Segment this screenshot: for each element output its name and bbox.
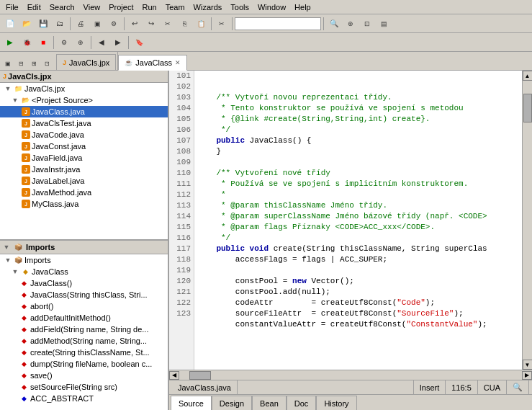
tree-item-javafield[interactable]: J JavaField.java bbox=[0, 152, 168, 164]
tree-dump[interactable]: ◆ dump(String fileName, boolean c... bbox=[0, 358, 168, 370]
search-btn[interactable]: 🔍 bbox=[326, 16, 342, 32]
tree-item-javaclass[interactable]: J JavaClass.java bbox=[0, 106, 168, 117]
code-line-119: constPool = new Vector(); bbox=[197, 277, 354, 285]
scroll-right-arrow[interactable]: ▶ bbox=[522, 371, 532, 380]
scroll-left-arrow[interactable]: ◀ bbox=[169, 371, 179, 380]
tree-item-javalabel[interactable]: J JavaLabel.java bbox=[0, 175, 168, 187]
vertical-scrollbar[interactable]: ▲ ▼ bbox=[522, 71, 532, 370]
sep2 bbox=[124, 17, 125, 30]
tree-imports-label: Imports bbox=[24, 256, 51, 264]
menu-view[interactable]: View bbox=[79, 1, 105, 13]
tree-item-javamethod[interactable]: J JavaMethod.java bbox=[0, 187, 168, 198]
tree-item-javacls-test[interactable]: J JavaClsTest.java bbox=[0, 117, 168, 129]
tab-javaclass[interactable]: ☕ JavaClass ✕ bbox=[118, 55, 187, 71]
code-line-102: /** Vytvoří novou reprezentaci třídy. bbox=[197, 93, 392, 102]
tree-constructor2[interactable]: ◆ JavaClass(String thisClass, Stri... bbox=[0, 289, 168, 300]
menu-tools[interactable]: Tools bbox=[226, 1, 253, 13]
btn12[interactable]: ▤ bbox=[376, 16, 392, 32]
tree-acc-abstract[interactable]: ◆ ACC_ABSTRACT bbox=[0, 393, 168, 404]
scroll-down-arrow[interactable]: ▼ bbox=[523, 360, 533, 370]
save-btn[interactable]: 💾 bbox=[35, 16, 51, 32]
tab-bean[interactable]: Bean bbox=[252, 396, 287, 410]
tree-save[interactable]: ◆ save() bbox=[0, 370, 168, 381]
btn9[interactable]: 📋 bbox=[193, 16, 209, 32]
new-btn[interactable]: 📄 bbox=[2, 16, 18, 32]
members-tree-content[interactable]: ▼ 📦 Imports ▼ ◆ JavaClass ◆ JavaClass() bbox=[0, 254, 168, 408]
forward-btn[interactable]: ▶ bbox=[110, 35, 126, 50]
menu-help[interactable]: Help bbox=[290, 1, 315, 13]
scroll-thumb[interactable] bbox=[523, 94, 532, 122]
panel-btn4[interactable]: ⊡ bbox=[40, 57, 53, 70]
tree-item-myclass[interactable]: J MyClass.java bbox=[0, 198, 168, 210]
h-scroll-thumb[interactable] bbox=[189, 371, 211, 380]
sep6 bbox=[53, 36, 54, 49]
menu-file[interactable]: File bbox=[1, 1, 23, 13]
tree-method-label-1: JavaClass() bbox=[30, 279, 72, 288]
btn14[interactable]: ⊕ bbox=[73, 35, 89, 50]
tree-item-javacls-jpx[interactable]: ▼ 📁 JavaCls.jpx bbox=[0, 83, 168, 94]
tree-abort[interactable]: ◆ abort() bbox=[0, 300, 168, 312]
tree-constructor1[interactable]: ◆ JavaClass() bbox=[0, 277, 168, 289]
tree-class-label: JavaClass bbox=[32, 267, 68, 276]
tab-javacls[interactable]: J JavaCls.jpx bbox=[56, 54, 116, 70]
code-editor[interactable]: /** Vytvoří novou reprezentaci třídy. * … bbox=[194, 71, 522, 370]
btn7[interactable]: ✂ bbox=[160, 16, 176, 32]
menu-project[interactable]: Project bbox=[104, 1, 137, 13]
tree-addinit[interactable]: ◆ addDefaultInitMethod() bbox=[0, 312, 168, 324]
tree-addfield[interactable]: ◆ addField(String name, String de... bbox=[0, 324, 168, 335]
tree-item-javacode[interactable]: J JavaCode.java bbox=[0, 129, 168, 141]
menu-search[interactable]: Search bbox=[45, 1, 79, 13]
tab-source[interactable]: Source bbox=[171, 396, 212, 410]
menu-window[interactable]: Window bbox=[253, 1, 290, 13]
status-zoom-btn[interactable]: 🔍 bbox=[507, 380, 529, 394]
menu-wizards[interactable]: Wizards bbox=[189, 1, 227, 13]
debug-btn[interactable]: 🐞 bbox=[19, 35, 35, 50]
tab-close-icon[interactable]: ✕ bbox=[175, 59, 181, 66]
tab-doc[interactable]: Doc bbox=[287, 396, 317, 410]
scroll-up-arrow[interactable]: ▲ bbox=[523, 71, 533, 81]
save-all-btn[interactable]: 🗂 bbox=[52, 16, 68, 32]
menu-edit[interactable]: Edit bbox=[23, 1, 45, 13]
tree-create[interactable]: ◆ create(String thisClassName, St... bbox=[0, 347, 168, 358]
btn10[interactable]: ⊛ bbox=[343, 16, 359, 32]
undo-btn[interactable]: ↩ bbox=[127, 16, 143, 32]
tree-label-11: MyClass.java bbox=[32, 200, 78, 208]
status-bar: JavaClass.java Insert 116:5 CUA 🔍 bbox=[169, 380, 532, 394]
btn6[interactable]: ⚙ bbox=[106, 16, 122, 32]
bookmark-btn[interactable]: 🔖 bbox=[131, 35, 147, 50]
panel-btn1[interactable]: ▣ bbox=[1, 57, 14, 70]
stop-btn[interactable]: ■ bbox=[35, 35, 51, 50]
toolbar-2: ▶ 🐞 ■ ⚙ ⊕ ◀ ▶ 🔖 bbox=[0, 33, 532, 52]
menu-team[interactable]: Team bbox=[161, 1, 189, 13]
panel-btn3[interactable]: ⊞ bbox=[27, 57, 40, 70]
tab-design[interactable]: Design bbox=[212, 396, 252, 410]
tab-javaclass-icon: ☕ bbox=[125, 59, 132, 66]
print-btn[interactable]: 🖨 bbox=[73, 16, 89, 32]
menu-run[interactable]: Run bbox=[137, 1, 161, 13]
run-btn[interactable]: ▶ bbox=[2, 35, 18, 50]
btn8[interactable]: ⎘ bbox=[176, 16, 192, 32]
tree-addmethod[interactable]: ◆ addMethod(String name, String... bbox=[0, 335, 168, 347]
tree-javaclass-member[interactable]: ▼ ◆ JavaClass bbox=[0, 266, 168, 277]
scissors-btn[interactable]: ✂ bbox=[214, 16, 230, 32]
tree-setsource[interactable]: ◆ setSourceFile(String src) bbox=[0, 381, 168, 393]
back-btn[interactable]: ◀ bbox=[94, 35, 109, 50]
btn13[interactable]: ⚙ bbox=[56, 35, 72, 50]
menubar: File Edit Search View Project Run Team W… bbox=[0, 0, 532, 14]
horizontal-scrollbar[interactable]: ◀ ▶ bbox=[169, 370, 532, 380]
tree-item-javainstr[interactable]: J JavaInstr.java bbox=[0, 164, 168, 175]
redo-btn[interactable]: ↪ bbox=[143, 16, 159, 32]
code-line-104: * {@link #create(String,String,int) crea… bbox=[197, 115, 430, 123]
sep5 bbox=[323, 17, 324, 30]
tree-item-project-source[interactable]: ▼ 📂 <Project Source> bbox=[0, 94, 168, 106]
tab-history[interactable]: History bbox=[316, 396, 356, 410]
file-tree-content[interactable]: ▼ 📁 JavaCls.jpx ▼ 📂 <Project Source> J J… bbox=[0, 83, 168, 236]
tree-imports[interactable]: ▼ 📦 Imports bbox=[0, 254, 168, 266]
code-line-120: constPool.add(null); bbox=[197, 288, 330, 296]
tree-item-javaconst[interactable]: J JavaConst.java bbox=[0, 141, 168, 152]
open-btn[interactable]: 📂 bbox=[19, 16, 35, 32]
btn11[interactable]: ⊡ bbox=[359, 16, 375, 32]
panel-btn2[interactable]: ⊟ bbox=[14, 57, 27, 70]
btn5[interactable]: ▣ bbox=[89, 16, 105, 32]
search-input[interactable] bbox=[235, 17, 321, 30]
